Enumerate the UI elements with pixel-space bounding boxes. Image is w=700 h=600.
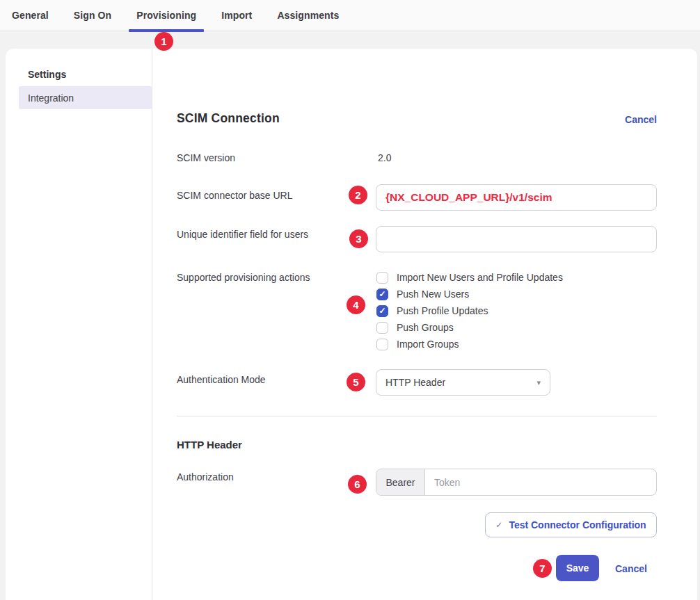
checkbox-row-push-groups[interactable]: ✓ Push Groups (376, 319, 454, 336)
base-url-input[interactable] (376, 184, 657, 211)
cancel-link-bottom[interactable]: Cancel (615, 563, 647, 574)
test-connector-button-label: Test Connector Configuration (509, 519, 646, 530)
auth-mode-label: Authentication Mode (177, 373, 266, 387)
checkbox-label: Push New Users (397, 289, 469, 300)
checkbox-import-new-users[interactable]: ✓ (376, 272, 388, 284)
annotation-badge-6: 6 (348, 475, 367, 494)
checkbox-row-push-new-users[interactable]: ✓ Push New Users (376, 286, 469, 302)
sidebar-divider (152, 49, 152, 600)
annotation-badge-3: 3 (349, 229, 368, 248)
annotation-badge-1: 1 (154, 32, 173, 51)
annotation-badge-7: 7 (533, 559, 552, 578)
checkbox-push-groups[interactable]: ✓ (376, 322, 388, 334)
check-icon: ✓ (379, 290, 385, 298)
checkbox-row-push-profile-updates[interactable]: ✓ Push Profile Updates (376, 302, 488, 319)
sidebar-item-integration[interactable]: Integration (19, 86, 152, 109)
checkbox-label: Import New Users and Profile Updates (397, 272, 563, 283)
sidebar-heading: Settings (28, 69, 66, 80)
sidebar-item-label: Integration (28, 92, 74, 104)
checkbox-push-new-users[interactable]: ✓ (376, 289, 388, 300)
save-button[interactable]: Save (556, 555, 599, 581)
auth-mode-select[interactable]: HTTP Header ▾ (376, 369, 550, 396)
annotation-badge-5: 5 (347, 373, 365, 391)
tab-general[interactable]: General (12, 0, 49, 31)
unique-id-label: Unique identifier field for users (177, 227, 308, 241)
bearer-prefix: Bearer (376, 469, 425, 495)
authorization-input-group: Bearer (376, 469, 657, 496)
tab-import[interactable]: Import (221, 0, 252, 31)
annotation-badge-2: 2 (349, 186, 367, 204)
test-connector-button[interactable]: ✓ Test Connector Configuration (485, 512, 657, 537)
scim-version-value: 2.0 (378, 151, 391, 165)
base-url-label: SCIM connector base URL (177, 188, 293, 202)
app-tabbar: General Sign On Provisioning Import Assi… (0, 0, 700, 31)
checkbox-row-import-new-users[interactable]: ✓ Import New Users and Profile Updates (376, 269, 563, 286)
scim-version-label: SCIM version (177, 151, 235, 165)
checkbox-label: Push Profile Updates (397, 305, 488, 316)
tab-provisioning[interactable]: Provisioning (136, 0, 196, 31)
section-divider (177, 416, 657, 416)
authorization-label: Authorization (177, 470, 234, 484)
checkbox-push-profile-updates[interactable]: ✓ (376, 305, 388, 317)
cancel-link-top[interactable]: Cancel (625, 114, 657, 125)
annotation-badge-4: 4 (347, 295, 365, 314)
http-header-section-heading: HTTP Header (177, 439, 242, 451)
checkbox-row-import-groups[interactable]: ✓ Import Groups (376, 336, 459, 352)
token-input[interactable] (425, 469, 656, 495)
checkbox-import-groups[interactable]: ✓ (376, 339, 388, 350)
tab-assignments[interactable]: Assignments (277, 0, 339, 31)
settings-card: Settings Integration SCIM Connection Can… (6, 49, 697, 600)
check-icon: ✓ (379, 307, 385, 315)
page-title: SCIM Connection (177, 111, 280, 126)
chevron-down-icon: ▾ (536, 378, 541, 387)
checkbox-label: Push Groups (397, 322, 454, 333)
tab-sign-on[interactable]: Sign On (74, 0, 111, 31)
unique-id-input[interactable] (376, 226, 657, 252)
auth-mode-selected-value: HTTP Header (385, 377, 536, 388)
checkbox-label: Import Groups (397, 339, 459, 350)
provisioning-actions-label: Supported provisioning actions (177, 270, 310, 284)
check-icon: ✓ (495, 520, 502, 530)
